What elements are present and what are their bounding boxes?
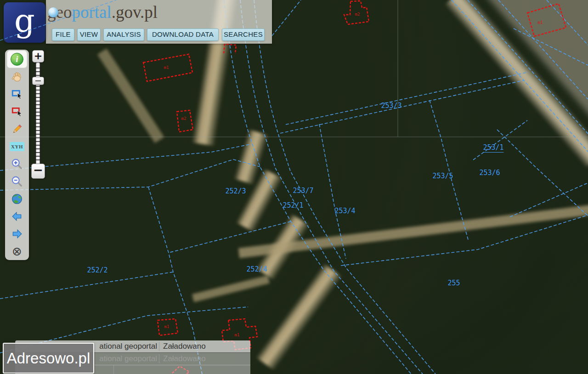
tool-coordinates[interactable]: XYH: [7, 138, 27, 155]
tool-center-view[interactable]: ⊗: [7, 243, 27, 260]
adresowo-watermark: Adresowo.pl: [3, 343, 94, 374]
arrow-left-icon: [11, 210, 23, 222]
main-menu: FILE VIEW ANALYSIS DOWNLOAD DATA SEARCHE…: [46, 28, 272, 41]
info-icon: i: [11, 53, 23, 66]
hand-icon: [11, 71, 23, 83]
menu-view[interactable]: VIEW: [77, 28, 101, 41]
center-view-icon: ⊗: [12, 245, 22, 257]
geoportal-app: 252/3253/7252/1253/4253/3253/1253/5253/6…: [0, 0, 588, 374]
layer-status-label: Załadowano: [159, 342, 206, 351]
title-portal: portal: [72, 3, 111, 22]
menu-file[interactable]: FILE: [52, 28, 74, 41]
title-suffix: .gov.pl: [112, 3, 158, 22]
status-divider: [113, 365, 114, 374]
zoom-out-icon: [11, 176, 23, 187]
zoom-in-icon: [11, 158, 23, 170]
site-title: geoportal.gov.pl: [47, 2, 158, 22]
zoom-in-button[interactable]: +: [32, 50, 44, 62]
layer-status-label: Załadowano: [159, 354, 206, 363]
blue-rectangle-select-icon: [11, 88, 23, 100]
globe-icon: [11, 193, 23, 205]
logo-letter: g: [14, 5, 35, 37]
tool-zoom-in[interactable]: [7, 155, 27, 173]
tool-pan[interactable]: [7, 68, 27, 85]
tool-next-view[interactable]: [7, 225, 27, 243]
zoom-slider-handle[interactable]: [32, 77, 44, 85]
map-toolbar: i: [5, 50, 29, 260]
tool-identify[interactable]: i: [7, 51, 27, 68]
menu-analysis[interactable]: ANALYSIS: [103, 28, 144, 41]
zoom-out-button[interactable]: −: [31, 164, 45, 179]
geoportal-logo[interactable]: g: [4, 2, 45, 43]
watermark-text: Adresowo.pl: [7, 350, 90, 367]
pencil-icon: [11, 123, 23, 135]
tool-previous-view[interactable]: [7, 208, 27, 225]
xyh-icon: XYH: [10, 142, 24, 151]
tool-full-extent[interactable]: [7, 190, 27, 208]
tool-deselect-rectangle[interactable]: [7, 103, 27, 120]
arrow-right-icon: [11, 228, 23, 240]
tool-zoom-out[interactable]: [7, 173, 27, 190]
red-rectangle-select-icon: [11, 106, 23, 118]
menu-download-data[interactable]: DOWNLOAD DATA: [147, 28, 219, 41]
tool-select-rectangle[interactable]: [7, 85, 27, 103]
globe-ball-icon: [48, 7, 58, 17]
tool-draw[interactable]: [7, 120, 27, 138]
menu-searches[interactable]: SEARCHES: [222, 28, 265, 41]
